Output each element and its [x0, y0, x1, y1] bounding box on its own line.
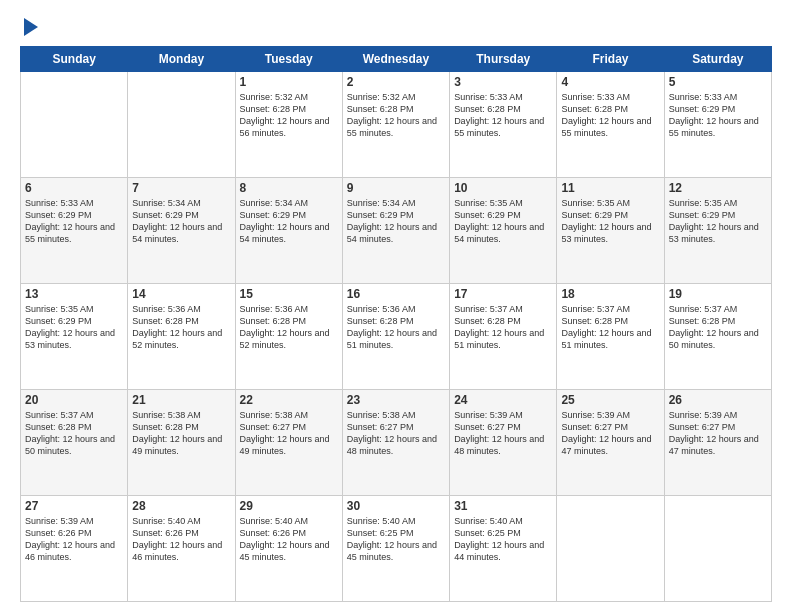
day-number: 6: [25, 181, 123, 195]
day-number: 26: [669, 393, 767, 407]
calendar-header-thursday: Thursday: [450, 47, 557, 72]
calendar-cell: 10Sunrise: 5:35 AM Sunset: 6:29 PM Dayli…: [450, 178, 557, 284]
cell-info: Sunrise: 5:33 AM Sunset: 6:28 PM Dayligh…: [561, 91, 659, 140]
logo-arrow-icon: [24, 18, 38, 36]
cell-info: Sunrise: 5:34 AM Sunset: 6:29 PM Dayligh…: [347, 197, 445, 246]
cell-info: Sunrise: 5:36 AM Sunset: 6:28 PM Dayligh…: [347, 303, 445, 352]
cell-info: Sunrise: 5:37 AM Sunset: 6:28 PM Dayligh…: [669, 303, 767, 352]
calendar-cell: 1Sunrise: 5:32 AM Sunset: 6:28 PM Daylig…: [235, 72, 342, 178]
day-number: 4: [561, 75, 659, 89]
day-number: 7: [132, 181, 230, 195]
page: SundayMondayTuesdayWednesdayThursdayFrid…: [0, 0, 792, 612]
calendar-cell: 6Sunrise: 5:33 AM Sunset: 6:29 PM Daylig…: [21, 178, 128, 284]
calendar-cell: 14Sunrise: 5:36 AM Sunset: 6:28 PM Dayli…: [128, 284, 235, 390]
cell-info: Sunrise: 5:37 AM Sunset: 6:28 PM Dayligh…: [25, 409, 123, 458]
header-row: SundayMondayTuesdayWednesdayThursdayFrid…: [21, 47, 772, 72]
day-number: 25: [561, 393, 659, 407]
day-number: 28: [132, 499, 230, 513]
day-number: 19: [669, 287, 767, 301]
day-number: 8: [240, 181, 338, 195]
day-number: 31: [454, 499, 552, 513]
cell-info: Sunrise: 5:40 AM Sunset: 6:25 PM Dayligh…: [347, 515, 445, 564]
calendar-week-row: 13Sunrise: 5:35 AM Sunset: 6:29 PM Dayli…: [21, 284, 772, 390]
day-number: 2: [347, 75, 445, 89]
calendar-cell: 8Sunrise: 5:34 AM Sunset: 6:29 PM Daylig…: [235, 178, 342, 284]
calendar-cell: 17Sunrise: 5:37 AM Sunset: 6:28 PM Dayli…: [450, 284, 557, 390]
cell-info: Sunrise: 5:35 AM Sunset: 6:29 PM Dayligh…: [669, 197, 767, 246]
day-number: 18: [561, 287, 659, 301]
calendar-cell: 28Sunrise: 5:40 AM Sunset: 6:26 PM Dayli…: [128, 496, 235, 602]
calendar-cell: 11Sunrise: 5:35 AM Sunset: 6:29 PM Dayli…: [557, 178, 664, 284]
cell-info: Sunrise: 5:38 AM Sunset: 6:27 PM Dayligh…: [240, 409, 338, 458]
calendar-week-row: 1Sunrise: 5:32 AM Sunset: 6:28 PM Daylig…: [21, 72, 772, 178]
day-number: 15: [240, 287, 338, 301]
calendar-cell: 30Sunrise: 5:40 AM Sunset: 6:25 PM Dayli…: [342, 496, 449, 602]
calendar-cell: 15Sunrise: 5:36 AM Sunset: 6:28 PM Dayli…: [235, 284, 342, 390]
calendar-cell: 23Sunrise: 5:38 AM Sunset: 6:27 PM Dayli…: [342, 390, 449, 496]
cell-info: Sunrise: 5:35 AM Sunset: 6:29 PM Dayligh…: [454, 197, 552, 246]
day-number: 5: [669, 75, 767, 89]
calendar-week-row: 6Sunrise: 5:33 AM Sunset: 6:29 PM Daylig…: [21, 178, 772, 284]
cell-info: Sunrise: 5:39 AM Sunset: 6:27 PM Dayligh…: [561, 409, 659, 458]
day-number: 11: [561, 181, 659, 195]
calendar-cell: [664, 496, 771, 602]
calendar-cell: 21Sunrise: 5:38 AM Sunset: 6:28 PM Dayli…: [128, 390, 235, 496]
calendar-cell: 27Sunrise: 5:39 AM Sunset: 6:26 PM Dayli…: [21, 496, 128, 602]
calendar-cell: 29Sunrise: 5:40 AM Sunset: 6:26 PM Dayli…: [235, 496, 342, 602]
calendar-cell: [557, 496, 664, 602]
cell-info: Sunrise: 5:33 AM Sunset: 6:29 PM Dayligh…: [25, 197, 123, 246]
calendar-cell: 20Sunrise: 5:37 AM Sunset: 6:28 PM Dayli…: [21, 390, 128, 496]
calendar-cell: 19Sunrise: 5:37 AM Sunset: 6:28 PM Dayli…: [664, 284, 771, 390]
calendar-cell: 22Sunrise: 5:38 AM Sunset: 6:27 PM Dayli…: [235, 390, 342, 496]
cell-info: Sunrise: 5:34 AM Sunset: 6:29 PM Dayligh…: [240, 197, 338, 246]
day-number: 27: [25, 499, 123, 513]
cell-info: Sunrise: 5:40 AM Sunset: 6:26 PM Dayligh…: [132, 515, 230, 564]
cell-info: Sunrise: 5:40 AM Sunset: 6:26 PM Dayligh…: [240, 515, 338, 564]
calendar-cell: 9Sunrise: 5:34 AM Sunset: 6:29 PM Daylig…: [342, 178, 449, 284]
calendar-cell: 7Sunrise: 5:34 AM Sunset: 6:29 PM Daylig…: [128, 178, 235, 284]
cell-info: Sunrise: 5:35 AM Sunset: 6:29 PM Dayligh…: [561, 197, 659, 246]
calendar-cell: 26Sunrise: 5:39 AM Sunset: 6:27 PM Dayli…: [664, 390, 771, 496]
cell-info: Sunrise: 5:39 AM Sunset: 6:27 PM Dayligh…: [669, 409, 767, 458]
cell-info: Sunrise: 5:38 AM Sunset: 6:28 PM Dayligh…: [132, 409, 230, 458]
cell-info: Sunrise: 5:39 AM Sunset: 6:27 PM Dayligh…: [454, 409, 552, 458]
cell-info: Sunrise: 5:39 AM Sunset: 6:26 PM Dayligh…: [25, 515, 123, 564]
calendar-table: SundayMondayTuesdayWednesdayThursdayFrid…: [20, 46, 772, 602]
calendar-cell: 31Sunrise: 5:40 AM Sunset: 6:25 PM Dayli…: [450, 496, 557, 602]
cell-info: Sunrise: 5:34 AM Sunset: 6:29 PM Dayligh…: [132, 197, 230, 246]
cell-info: Sunrise: 5:37 AM Sunset: 6:28 PM Dayligh…: [561, 303, 659, 352]
calendar-header-sunday: Sunday: [21, 47, 128, 72]
calendar-cell: 13Sunrise: 5:35 AM Sunset: 6:29 PM Dayli…: [21, 284, 128, 390]
logo: [20, 16, 38, 36]
calendar-cell: [21, 72, 128, 178]
cell-info: Sunrise: 5:35 AM Sunset: 6:29 PM Dayligh…: [25, 303, 123, 352]
calendar-week-row: 20Sunrise: 5:37 AM Sunset: 6:28 PM Dayli…: [21, 390, 772, 496]
calendar-cell: 12Sunrise: 5:35 AM Sunset: 6:29 PM Dayli…: [664, 178, 771, 284]
calendar-header-friday: Friday: [557, 47, 664, 72]
calendar-cell: 25Sunrise: 5:39 AM Sunset: 6:27 PM Dayli…: [557, 390, 664, 496]
cell-info: Sunrise: 5:38 AM Sunset: 6:27 PM Dayligh…: [347, 409, 445, 458]
calendar-cell: 5Sunrise: 5:33 AM Sunset: 6:29 PM Daylig…: [664, 72, 771, 178]
day-number: 21: [132, 393, 230, 407]
cell-info: Sunrise: 5:32 AM Sunset: 6:28 PM Dayligh…: [347, 91, 445, 140]
calendar-header-saturday: Saturday: [664, 47, 771, 72]
calendar-cell: 2Sunrise: 5:32 AM Sunset: 6:28 PM Daylig…: [342, 72, 449, 178]
day-number: 17: [454, 287, 552, 301]
cell-info: Sunrise: 5:40 AM Sunset: 6:25 PM Dayligh…: [454, 515, 552, 564]
day-number: 22: [240, 393, 338, 407]
cell-info: Sunrise: 5:36 AM Sunset: 6:28 PM Dayligh…: [240, 303, 338, 352]
day-number: 3: [454, 75, 552, 89]
day-number: 9: [347, 181, 445, 195]
day-number: 16: [347, 287, 445, 301]
calendar-cell: 18Sunrise: 5:37 AM Sunset: 6:28 PM Dayli…: [557, 284, 664, 390]
cell-info: Sunrise: 5:37 AM Sunset: 6:28 PM Dayligh…: [454, 303, 552, 352]
cell-info: Sunrise: 5:36 AM Sunset: 6:28 PM Dayligh…: [132, 303, 230, 352]
calendar-cell: 24Sunrise: 5:39 AM Sunset: 6:27 PM Dayli…: [450, 390, 557, 496]
day-number: 12: [669, 181, 767, 195]
calendar-cell: 4Sunrise: 5:33 AM Sunset: 6:28 PM Daylig…: [557, 72, 664, 178]
calendar-header-tuesday: Tuesday: [235, 47, 342, 72]
day-number: 24: [454, 393, 552, 407]
day-number: 23: [347, 393, 445, 407]
cell-info: Sunrise: 5:32 AM Sunset: 6:28 PM Dayligh…: [240, 91, 338, 140]
calendar-cell: [128, 72, 235, 178]
